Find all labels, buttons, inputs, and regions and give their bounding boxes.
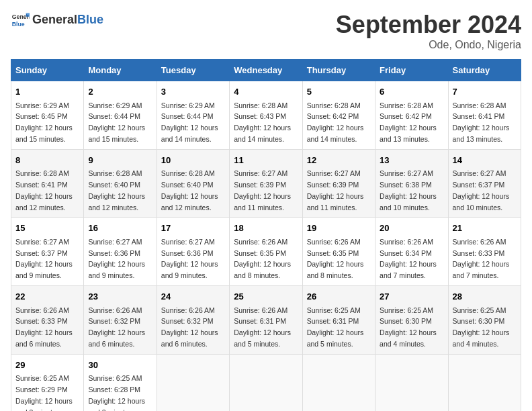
day-number: 23 <box>88 290 152 304</box>
day-info: Sunrise: 6:28 AMSunset: 6:41 PMDaylight:… <box>453 101 510 143</box>
day-info: Sunrise: 6:25 AMSunset: 6:30 PMDaylight:… <box>453 306 510 348</box>
day-info: Sunrise: 6:28 AMSunset: 6:42 PMDaylight:… <box>380 101 437 143</box>
calendar-week-row: 15Sunrise: 6:27 AMSunset: 6:37 PMDayligh… <box>11 218 521 286</box>
day-info: Sunrise: 6:26 AMSunset: 6:32 PMDaylight:… <box>88 306 145 348</box>
day-number: 19 <box>307 222 371 235</box>
day-info: Sunrise: 6:29 AMSunset: 6:44 PMDaylight:… <box>88 101 145 143</box>
day-number: 26 <box>307 290 371 304</box>
calendar-cell: 26Sunrise: 6:25 AMSunset: 6:31 PMDayligh… <box>302 286 375 355</box>
day-info: Sunrise: 6:27 AMSunset: 6:36 PMDaylight:… <box>161 238 218 279</box>
calendar-cell: 22Sunrise: 6:26 AMSunset: 6:33 PMDayligh… <box>11 286 84 355</box>
day-number: 28 <box>453 290 517 304</box>
day-number: 22 <box>15 290 79 304</box>
day-info: Sunrise: 6:26 AMSunset: 6:35 PMDaylight:… <box>307 238 364 279</box>
day-number: 16 <box>88 222 152 235</box>
calendar-cell: 15Sunrise: 6:27 AMSunset: 6:37 PMDayligh… <box>11 218 84 286</box>
svg-text:Blue: Blue <box>12 21 25 28</box>
day-info: Sunrise: 6:28 AMSunset: 6:41 PMDaylight:… <box>15 169 73 211</box>
calendar-cell: 21Sunrise: 6:26 AMSunset: 6:33 PMDayligh… <box>448 218 521 286</box>
page-header: General Blue General Blue September 2024… <box>11 11 521 51</box>
day-number: 25 <box>234 290 298 304</box>
day-number: 6 <box>380 85 443 99</box>
calendar-cell: 27Sunrise: 6:25 AMSunset: 6:30 PMDayligh… <box>375 286 448 355</box>
location-title: Ode, Ondo, Nigeria <box>336 39 521 51</box>
day-info: Sunrise: 6:27 AMSunset: 6:36 PMDaylight:… <box>88 238 145 279</box>
calendar-cell: 4Sunrise: 6:28 AMSunset: 6:43 PMDaylight… <box>230 81 302 150</box>
calendar-cell: 19Sunrise: 6:26 AMSunset: 6:35 PMDayligh… <box>302 218 375 286</box>
day-number: 30 <box>88 359 152 372</box>
day-info: Sunrise: 6:25 AMSunset: 6:28 PMDaylight:… <box>88 374 145 411</box>
day-number: 12 <box>307 154 371 167</box>
logo-blue-text: Blue <box>77 13 103 27</box>
calendar-week-row: 1Sunrise: 6:29 AMSunset: 6:45 PMDaylight… <box>11 81 521 150</box>
calendar-cell: 20Sunrise: 6:26 AMSunset: 6:34 PMDayligh… <box>375 218 448 286</box>
header-tuesday: Tuesday <box>157 60 229 81</box>
day-number: 1 <box>15 85 79 99</box>
calendar-cell <box>157 354 229 411</box>
calendar-cell: 18Sunrise: 6:26 AMSunset: 6:35 PMDayligh… <box>230 218 302 286</box>
calendar-week-row: 8Sunrise: 6:28 AMSunset: 6:41 PMDaylight… <box>11 149 521 218</box>
calendar-cell: 1Sunrise: 6:29 AMSunset: 6:45 PMDaylight… <box>11 81 84 150</box>
day-info: Sunrise: 6:28 AMSunset: 6:43 PMDaylight:… <box>234 101 291 143</box>
day-number: 27 <box>380 290 443 304</box>
day-info: Sunrise: 6:28 AMSunset: 6:40 PMDaylight:… <box>88 169 145 211</box>
calendar-cell: 24Sunrise: 6:26 AMSunset: 6:32 PMDayligh… <box>157 286 229 355</box>
day-info: Sunrise: 6:26 AMSunset: 6:33 PMDaylight:… <box>15 306 73 348</box>
day-info: Sunrise: 6:29 AMSunset: 6:44 PMDaylight:… <box>161 101 218 143</box>
day-number: 15 <box>15 222 79 235</box>
day-info: Sunrise: 6:25 AMSunset: 6:30 PMDaylight:… <box>380 306 437 348</box>
calendar-cell <box>302 354 375 411</box>
calendar-cell: 5Sunrise: 6:28 AMSunset: 6:42 PMDaylight… <box>302 81 375 150</box>
day-info: Sunrise: 6:26 AMSunset: 6:35 PMDaylight:… <box>234 238 291 279</box>
day-info: Sunrise: 6:25 AMSunset: 6:29 PMDaylight:… <box>15 374 73 411</box>
calendar-cell: 23Sunrise: 6:26 AMSunset: 6:32 PMDayligh… <box>84 286 157 355</box>
calendar-cell: 8Sunrise: 6:28 AMSunset: 6:41 PMDaylight… <box>11 149 84 218</box>
calendar-week-row: 29Sunrise: 6:25 AMSunset: 6:29 PMDayligh… <box>11 354 521 411</box>
day-number: 8 <box>15 154 79 167</box>
day-info: Sunrise: 6:28 AMSunset: 6:42 PMDaylight:… <box>307 101 364 143</box>
calendar-cell <box>375 354 448 411</box>
calendar-table: SundayMondayTuesdayWednesdayThursdayFrid… <box>11 59 521 411</box>
calendar-cell: 7Sunrise: 6:28 AMSunset: 6:41 PMDaylight… <box>448 81 521 150</box>
day-number: 4 <box>234 85 298 99</box>
day-info: Sunrise: 6:27 AMSunset: 6:38 PMDaylight:… <box>380 169 437 211</box>
header-thursday: Thursday <box>302 60 375 81</box>
day-number: 3 <box>161 85 225 99</box>
day-info: Sunrise: 6:26 AMSunset: 6:32 PMDaylight:… <box>161 306 218 348</box>
day-number: 18 <box>234 222 298 235</box>
day-number: 24 <box>161 290 225 304</box>
day-number: 29 <box>15 359 79 372</box>
header-friday: Friday <box>375 60 448 81</box>
calendar-cell: 10Sunrise: 6:28 AMSunset: 6:40 PMDayligh… <box>157 149 229 218</box>
day-number: 7 <box>453 85 517 99</box>
calendar-cell: 3Sunrise: 6:29 AMSunset: 6:44 PMDaylight… <box>157 81 229 150</box>
header-saturday: Saturday <box>448 60 521 81</box>
day-number: 9 <box>88 154 152 167</box>
day-number: 20 <box>380 222 443 235</box>
day-number: 13 <box>380 154 443 167</box>
title-area: September 2024 Ode, Ondo, Nigeria <box>336 11 521 51</box>
day-number: 10 <box>161 154 225 167</box>
day-number: 17 <box>161 222 225 235</box>
logo: General Blue General Blue <box>11 11 103 30</box>
calendar-cell: 14Sunrise: 6:27 AMSunset: 6:37 PMDayligh… <box>448 149 521 218</box>
header-wednesday: Wednesday <box>230 60 302 81</box>
day-info: Sunrise: 6:26 AMSunset: 6:34 PMDaylight:… <box>380 238 437 279</box>
day-number: 11 <box>234 154 298 167</box>
day-info: Sunrise: 6:29 AMSunset: 6:45 PMDaylight:… <box>15 101 73 143</box>
day-info: Sunrise: 6:25 AMSunset: 6:31 PMDaylight:… <box>307 306 364 348</box>
day-number: 2 <box>88 85 152 99</box>
day-info: Sunrise: 6:27 AMSunset: 6:37 PMDaylight:… <box>453 169 510 211</box>
logo-icon: General Blue <box>11 11 30 30</box>
day-info: Sunrise: 6:27 AMSunset: 6:39 PMDaylight:… <box>234 169 291 211</box>
calendar-cell: 12Sunrise: 6:27 AMSunset: 6:39 PMDayligh… <box>302 149 375 218</box>
day-number: 5 <box>307 85 371 99</box>
day-info: Sunrise: 6:28 AMSunset: 6:40 PMDaylight:… <box>161 169 218 211</box>
calendar-cell: 9Sunrise: 6:28 AMSunset: 6:40 PMDaylight… <box>84 149 157 218</box>
logo-general-text: General <box>32 13 77 27</box>
calendar-cell: 29Sunrise: 6:25 AMSunset: 6:29 PMDayligh… <box>11 354 84 411</box>
header-sunday: Sunday <box>11 60 84 81</box>
header-monday: Monday <box>84 60 157 81</box>
calendar-cell: 30Sunrise: 6:25 AMSunset: 6:28 PMDayligh… <box>84 354 157 411</box>
calendar-cell: 2Sunrise: 6:29 AMSunset: 6:44 PMDaylight… <box>84 81 157 150</box>
